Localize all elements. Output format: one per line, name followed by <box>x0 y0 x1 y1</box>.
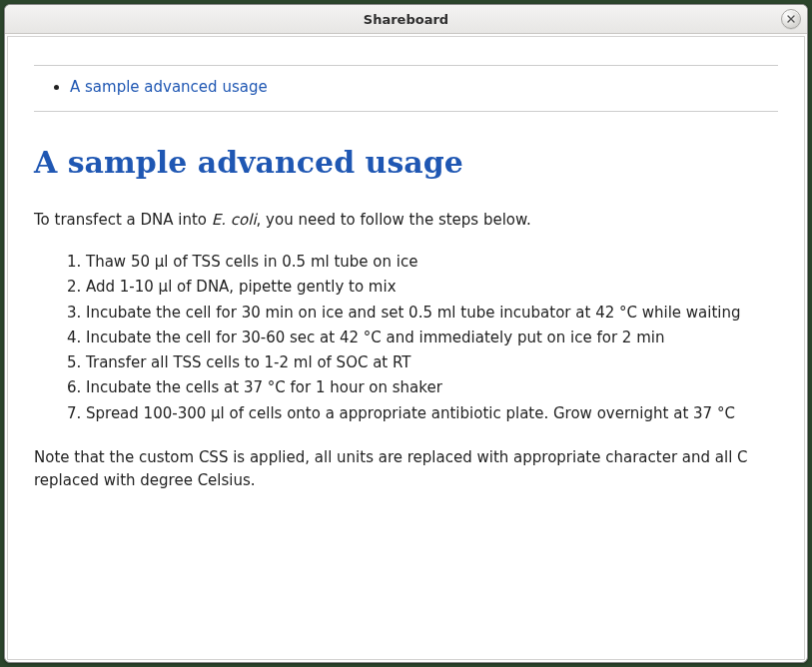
intro-italic: E. coli <box>212 211 257 229</box>
intro-post: , you need to follow the steps below. <box>257 211 531 229</box>
step-item: Thaw 50 µl of TSS cells in 0.5 ml tube o… <box>86 250 778 275</box>
page-heading: A sample advanced usage <box>34 140 778 187</box>
note-paragraph: Note that the custom CSS is applied, all… <box>34 446 778 493</box>
steps-list: Thaw 50 µl of TSS cells in 0.5 ml tube o… <box>34 250 778 426</box>
window-title: Shareboard <box>364 12 448 27</box>
window-close-button[interactable] <box>781 9 801 29</box>
close-icon <box>787 15 795 23</box>
intro-pre: To transfect a DNA into <box>34 211 212 229</box>
step-item: Add 1-10 µl of DNA, pipette gently to mi… <box>86 275 778 300</box>
document-content: A sample advanced usage A sample advance… <box>7 36 805 660</box>
intro-paragraph: To transfect a DNA into E. coli, you nee… <box>34 209 778 232</box>
step-item: Transfer all TSS cells to 1-2 ml of SOC … <box>86 350 778 375</box>
step-item: Incubate the cell for 30-60 sec at 42 °C… <box>86 326 778 350</box>
step-item: Spread 100-300 µl of cells onto a approp… <box>86 401 778 426</box>
titlebar[interactable]: Shareboard <box>5 5 807 34</box>
table-of-contents: A sample advanced usage <box>34 65 778 112</box>
toc-item: A sample advanced usage <box>70 76 778 99</box>
app-window: Shareboard A sample advanced usage A sam… <box>4 4 808 663</box>
step-item: Incubate the cell for 30 min on ice and … <box>86 301 778 326</box>
toc-link[interactable]: A sample advanced usage <box>70 78 268 96</box>
step-item: Incubate the cells at 37 °C for 1 hour o… <box>86 375 778 400</box>
